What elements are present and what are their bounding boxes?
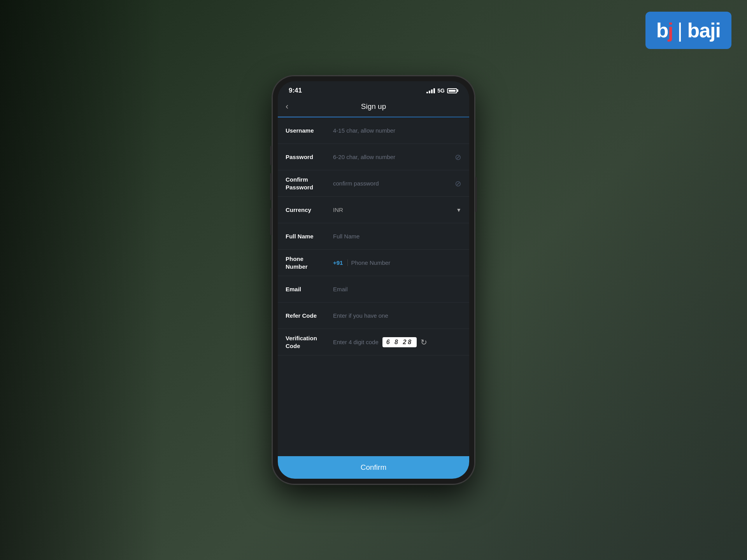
- verification-code-row: VerificationCode Enter 4 digit code 6 8 …: [278, 329, 469, 355]
- logo-container: bj | baji: [645, 12, 731, 49]
- signal-bar-1: [426, 92, 428, 93]
- phone-screen: 9:41 5G: [278, 81, 469, 479]
- bg-figure-right: [475, 0, 747, 560]
- password-input-area[interactable]: 6-20 char, allow number ⊘: [333, 152, 461, 162]
- phone-prefix[interactable]: +91: [333, 259, 348, 266]
- fullname-row: Full Name Full Name: [278, 223, 469, 250]
- fullname-label: Full Name: [286, 233, 328, 240]
- email-row: Email Email: [278, 276, 469, 303]
- phone-number-placeholder: Phone Number: [351, 259, 390, 266]
- confirm-password-row: ConfirmPassword confirm password ⊘: [278, 170, 469, 197]
- phone-frame: 9:41 5G: [272, 76, 475, 484]
- fullname-input-area[interactable]: Full Name: [333, 233, 461, 240]
- signup-header: ‹ Sign up: [278, 98, 469, 117]
- refresh-captcha-icon[interactable]: ↻: [421, 338, 427, 347]
- refer-code-input-area[interactable]: Enter if you have one: [333, 312, 461, 319]
- status-time: 9:41: [289, 87, 302, 94]
- currency-select-area[interactable]: INR ▼: [333, 206, 461, 213]
- username-input-area[interactable]: 4-15 char, allow number: [333, 127, 461, 134]
- signup-title: Sign up: [361, 102, 386, 111]
- phone-number-label: PhoneNumber: [286, 255, 328, 270]
- verification-code-input-area[interactable]: Enter 4 digit code 6 8 28 ↻: [333, 337, 461, 347]
- captcha-image: 6 8 28: [382, 337, 417, 347]
- phone-wrapper: 9:41 5G: [272, 76, 475, 484]
- signal-bar-2: [429, 91, 430, 93]
- phone-number-input-area[interactable]: +91 Phone Number: [333, 259, 461, 266]
- bg-figure-left: [0, 0, 163, 560]
- confirm-password-label: ConfirmPassword: [286, 176, 328, 191]
- phone-btn-vol-up: [270, 173, 272, 200]
- back-button[interactable]: ‹: [286, 102, 288, 112]
- username-placeholder: 4-15 char, allow number: [333, 127, 395, 134]
- email-label: Email: [286, 285, 328, 293]
- verification-code-placeholder: Enter 4 digit code: [333, 339, 379, 345]
- logo-baji-text: baji: [687, 19, 721, 42]
- username-row: Username 4-15 char, allow number: [278, 117, 469, 144]
- currency-dropdown-arrow[interactable]: ▼: [456, 207, 461, 213]
- phone-btn-power: [475, 177, 477, 212]
- confirm-password-placeholder: confirm password: [333, 180, 379, 187]
- phone-btn-vol-down: [270, 208, 272, 235]
- signal-bar-3: [431, 89, 433, 93]
- phone-btn-mute: [270, 146, 272, 165]
- confirm-password-eye-icon[interactable]: ⊘: [455, 179, 461, 188]
- refer-code-placeholder: Enter if you have one: [333, 312, 388, 319]
- confirm-button[interactable]: Confirm: [278, 456, 469, 479]
- battery-tip: [457, 89, 458, 92]
- battery: [447, 88, 458, 93]
- password-placeholder: 6-20 char, allow number: [333, 154, 395, 160]
- refer-code-label: Refer Code: [286, 312, 328, 320]
- signal-bars: [426, 88, 435, 93]
- password-label: Password: [286, 153, 328, 161]
- username-label: Username: [286, 127, 328, 135]
- logo-divider: |: [677, 19, 683, 42]
- battery-body: [447, 88, 457, 93]
- battery-fill: [449, 90, 456, 92]
- form-content: Username 4-15 char, allow number Passwor…: [278, 117, 469, 456]
- status-icons: 5G: [426, 88, 458, 94]
- email-placeholder: Email: [333, 286, 348, 292]
- fullname-placeholder: Full Name: [333, 233, 359, 240]
- confirm-password-input-area[interactable]: confirm password ⊘: [333, 179, 461, 188]
- refer-code-row: Refer Code Enter if you have one: [278, 303, 469, 329]
- email-input-area[interactable]: Email: [333, 286, 461, 292]
- logo-bj-text: bj: [656, 19, 673, 42]
- currency-label: Currency: [286, 206, 328, 214]
- signal-bar-4: [433, 88, 435, 93]
- currency-row: Currency INR ▼: [278, 197, 469, 223]
- password-row: Password 6-20 char, allow number ⊘: [278, 144, 469, 170]
- currency-value: INR: [333, 206, 343, 213]
- status-network: 5G: [437, 88, 445, 94]
- password-eye-icon[interactable]: ⊘: [455, 152, 461, 162]
- phone-number-row: PhoneNumber +91 Phone Number: [278, 250, 469, 276]
- verification-code-label: VerificationCode: [286, 334, 328, 350]
- status-bar: 9:41 5G: [278, 81, 469, 98]
